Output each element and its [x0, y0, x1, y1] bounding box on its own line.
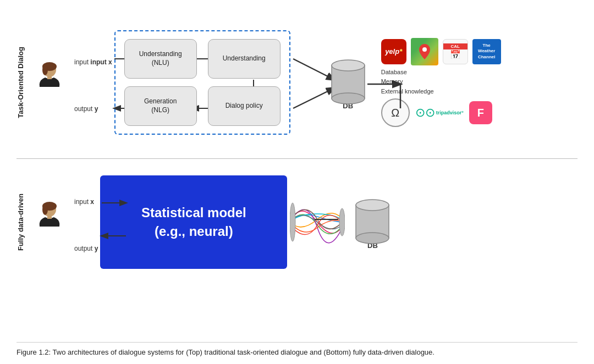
- svg-rect-3: [47, 76, 52, 79]
- stat-model-text: Statistical model (e.g., neural): [141, 203, 246, 240]
- map-pin-icon: [415, 42, 435, 62]
- person-icon-bottom: [33, 202, 66, 243]
- section-top: Task-Oriented Dialog input input x: [16, 11, 578, 154]
- section-bottom: Fully data-driven input x output y: [16, 164, 578, 280]
- calendar-icon: CAL 📅: [443, 39, 468, 64]
- arrow-to-db: [290, 30, 323, 135]
- knowledge-icons-area: yelp* CAL 📅: [381, 38, 501, 128]
- io-labels-top: input input x output y: [74, 38, 112, 132]
- avatar-bottom: [30, 202, 69, 243]
- svg-point-29: [356, 233, 389, 244]
- output-label-bottom: output y: [74, 245, 98, 252]
- db-area-bottom: DB: [353, 195, 392, 250]
- dashed-box: Understanding(NLU) Understanding Generat…: [114, 30, 290, 135]
- section-bottom-label: Fully data-driven: [16, 194, 25, 251]
- svg-rect-21: [47, 216, 52, 219]
- wikipedia-icon: Ω: [381, 98, 410, 127]
- caption-text: Figure 1.2: Two architectures of dialogu…: [16, 348, 435, 356]
- tripadvisor-icon: ⊙⊙ tripadvisor°: [415, 106, 464, 120]
- output-label-top: output y: [74, 105, 112, 113]
- db-cylinder-top: [329, 56, 367, 100]
- dialog-policy-box: Dialog policy: [208, 86, 280, 126]
- wires-svg: [290, 184, 345, 261]
- maps-icon: [411, 38, 438, 65]
- knowledge-text: Database Memory External knowledge: [381, 68, 501, 97]
- cylinder-svg-bottom: [353, 195, 392, 245]
- person-icon-top: [33, 62, 66, 103]
- svg-point-25: [290, 203, 295, 241]
- svg-point-15: [332, 60, 365, 71]
- stat-model-box: Statistical model (e.g., neural): [100, 175, 287, 269]
- foursquare-icon: F: [469, 101, 492, 124]
- svg-point-20: [42, 204, 48, 215]
- nlu-box: Understanding(NLU): [124, 39, 197, 79]
- bottom-diagram-area: Statistical model (e.g., neural): [100, 175, 397, 269]
- top-diagram-area: Understanding(NLU) Understanding Generat…: [114, 30, 501, 135]
- neural-wires: [290, 184, 345, 261]
- svg-point-2: [42, 64, 48, 75]
- cylinder-svg-top: [329, 56, 367, 105]
- weather-channel-icon: TheWeatherChannel: [472, 39, 501, 64]
- svg-point-17: [422, 47, 427, 52]
- state-tracker-box: Understanding: [208, 39, 280, 79]
- caption-area: Figure 1.2: Two architectures of dialogu…: [16, 342, 578, 358]
- svg-point-28: [356, 200, 389, 211]
- nlg-box: Generation(NLG): [124, 86, 197, 126]
- section-divider: [16, 158, 578, 159]
- yelp-icon: yelp*: [381, 39, 406, 64]
- db-cylinder-bottom: [353, 195, 392, 239]
- page-container: Task-Oriented Dialog input input x: [0, 0, 594, 364]
- io-labels-bottom: input x output y: [74, 178, 98, 272]
- svg-point-16: [332, 93, 365, 104]
- avatar-top: [30, 62, 69, 103]
- input-label-top: input input x: [74, 58, 112, 66]
- input-label-bottom: input x: [74, 198, 98, 206]
- db-area-top: DB: [329, 56, 367, 110]
- svg-point-26: [339, 208, 345, 236]
- icons-row-bottom: Ω ⊙⊙ tripadvisor° F: [381, 98, 501, 127]
- section-top-label: Task-Oriented Dialog: [16, 47, 25, 118]
- icons-row-top: yelp* CAL 📅: [381, 38, 501, 65]
